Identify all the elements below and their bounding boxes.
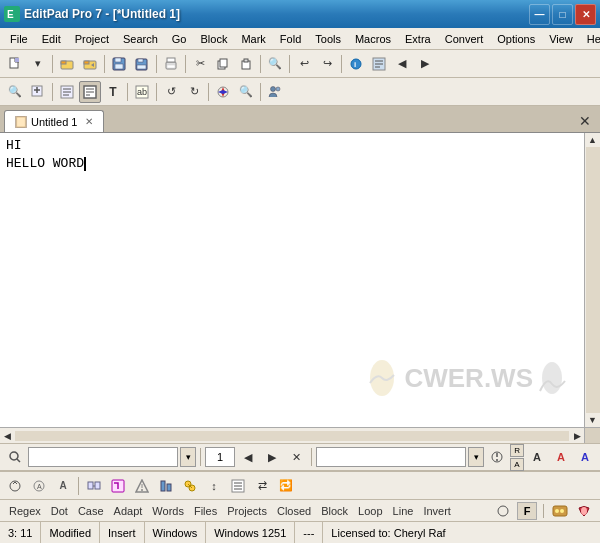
font-button[interactable]: T [102, 81, 124, 103]
tb-extra2[interactable] [368, 53, 390, 75]
tb-extra1[interactable]: i [345, 53, 367, 75]
scroll-track-h[interactable] [15, 431, 569, 441]
search-counter[interactable] [205, 447, 235, 467]
replace-button[interactable]: R [510, 444, 524, 457]
bt-icon5[interactable] [107, 475, 129, 497]
maximize-button[interactable]: □ [552, 4, 573, 25]
regex-icon2[interactable] [550, 502, 570, 520]
text-format-button[interactable]: ab [131, 81, 153, 103]
bt-icon10[interactable] [227, 475, 249, 497]
undo-button[interactable]: ↩ [293, 53, 315, 75]
bt-icon11[interactable]: ⇄ [251, 475, 273, 497]
regex-words[interactable]: Words [149, 504, 187, 518]
rotate-left-button[interactable]: ↺ [160, 81, 182, 103]
regex-loop[interactable]: Loop [355, 504, 385, 518]
menu-options[interactable]: Options [491, 31, 541, 47]
bt-icon8[interactable] [179, 475, 201, 497]
menu-file[interactable]: File [4, 31, 34, 47]
search-dropdown[interactable]: ▾ [180, 447, 196, 467]
search-letter-a[interactable]: A [526, 446, 548, 468]
search-close[interactable]: ✕ [285, 446, 307, 468]
bt-icon1[interactable] [4, 475, 26, 497]
search2-button[interactable]: 🔍 [235, 81, 257, 103]
menu-macros[interactable]: Macros [349, 31, 397, 47]
menu-mark[interactable]: Mark [235, 31, 271, 47]
save-button[interactable] [108, 53, 130, 75]
scroll-track-v[interactable] [586, 147, 600, 413]
minimize-button[interactable]: — [529, 4, 550, 25]
vertical-scrollbar[interactable]: ▲ ▼ [584, 133, 600, 427]
copy-button[interactable] [212, 53, 234, 75]
regex-dot[interactable]: Dot [48, 504, 71, 518]
paste-button[interactable] [235, 53, 257, 75]
bt-icon3[interactable]: A [52, 475, 74, 497]
scroll-right-button[interactable]: ▶ [570, 429, 584, 443]
menu-tools[interactable]: Tools [309, 31, 347, 47]
rotate-right-button[interactable]: ↻ [183, 81, 205, 103]
search-next[interactable]: ▶ [261, 446, 283, 468]
replace-dropdown[interactable]: ▾ [468, 447, 484, 467]
menu-convert[interactable]: Convert [439, 31, 490, 47]
zoom-out-button[interactable]: 🔍 [4, 81, 26, 103]
menu-extra[interactable]: Extra [399, 31, 437, 47]
cut-button[interactable]: ✂ [189, 53, 211, 75]
color-button[interactable] [212, 81, 234, 103]
redo-button[interactable]: ↪ [316, 53, 338, 75]
bt-icon6[interactable] [131, 475, 153, 497]
regex-files[interactable]: Files [191, 504, 220, 518]
search-icon-btn[interactable] [4, 446, 26, 468]
zoom-in-button[interactable] [27, 81, 49, 103]
editor-content[interactable]: HI HELLO WORD [0, 133, 584, 427]
regex-case[interactable]: Case [75, 504, 107, 518]
scroll-down-button[interactable]: ▼ [586, 413, 600, 427]
regex-regex[interactable]: Regex [6, 504, 44, 518]
regex-letter-f[interactable]: F [517, 502, 537, 520]
tab-close-button[interactable]: ✕ [85, 116, 93, 127]
open-button[interactable] [56, 53, 78, 75]
search-prev[interactable]: ◀ [237, 446, 259, 468]
search-letter-c[interactable]: A [574, 446, 596, 468]
bt-icon4[interactable] [83, 475, 105, 497]
regex-closed[interactable]: Closed [274, 504, 314, 518]
menu-edit[interactable]: Edit [36, 31, 67, 47]
people-button[interactable] [264, 81, 286, 103]
menu-block[interactable]: Block [195, 31, 234, 47]
regex-invert[interactable]: Invert [420, 504, 454, 518]
replace-all-button[interactable]: A [510, 458, 524, 471]
regex-icon1[interactable] [493, 502, 513, 520]
menu-view[interactable]: View [543, 31, 579, 47]
new-dropdown[interactable]: ▾ [27, 53, 49, 75]
regex-projects[interactable]: Projects [224, 504, 270, 518]
scroll-up-button[interactable]: ▲ [586, 133, 600, 147]
regex-icon3[interactable] [574, 502, 594, 520]
horizontal-scrollbar[interactable]: ◀ ▶ [0, 427, 584, 443]
menu-help[interactable]: Help [581, 31, 600, 47]
search-options[interactable] [486, 446, 508, 468]
menu-fold[interactable]: Fold [274, 31, 307, 47]
bt-icon7[interactable] [155, 475, 177, 497]
search-input[interactable] [28, 447, 178, 467]
line-numbers-button[interactable] [56, 81, 78, 103]
menu-project[interactable]: Project [69, 31, 115, 47]
tb-extra3[interactable]: ◀ [391, 53, 413, 75]
bt-icon9[interactable]: ↕ [203, 475, 225, 497]
replace-input[interactable] [316, 447, 466, 467]
menu-search[interactable]: Search [117, 31, 164, 47]
word-wrap-button[interactable] [79, 81, 101, 103]
scroll-left-button[interactable]: ◀ [0, 429, 14, 443]
close-window-button[interactable]: ✕ [575, 4, 596, 25]
print-button[interactable] [160, 53, 182, 75]
new-button[interactable] [4, 53, 26, 75]
find-button[interactable]: 🔍 [264, 53, 286, 75]
bt-icon2[interactable]: A [28, 475, 50, 497]
menu-go[interactable]: Go [166, 31, 193, 47]
tb-extra4[interactable]: ▶ [414, 53, 436, 75]
regex-block[interactable]: Block [318, 504, 351, 518]
open-recent[interactable] [79, 53, 101, 75]
regex-line[interactable]: Line [390, 504, 417, 518]
save-all-button[interactable] [131, 53, 153, 75]
bt-icon12[interactable]: 🔁 [275, 475, 297, 497]
tab-panel-close-button[interactable]: ✕ [574, 110, 596, 132]
regex-adapt[interactable]: Adapt [111, 504, 146, 518]
search-letter-b[interactable]: A [550, 446, 572, 468]
